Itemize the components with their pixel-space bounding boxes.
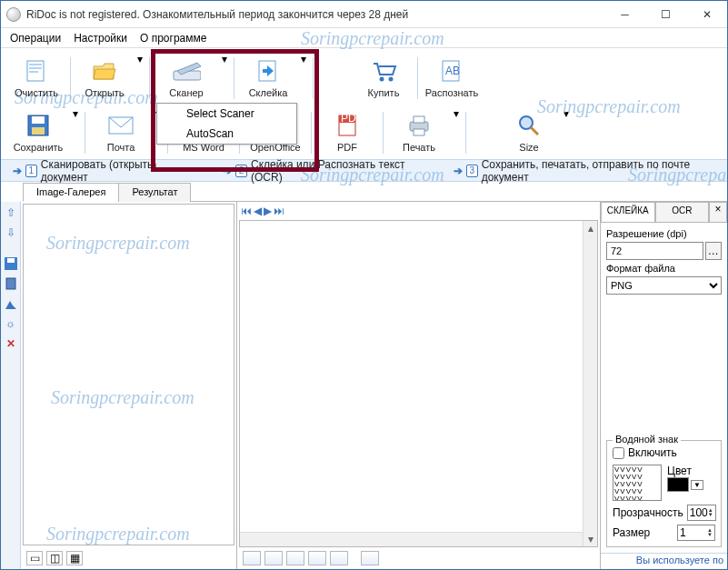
buy-button[interactable]: Купить — [354, 52, 414, 105]
ocr-icon: AB — [437, 56, 466, 85]
stitch-dropdown[interactable]: ▾ — [298, 52, 309, 66]
size-field-label: Размер — [613, 526, 650, 539]
mountain-icon[interactable] — [4, 296, 18, 311]
right-tab-ocr[interactable]: OCR — [655, 202, 710, 222]
right-tab-stitch[interactable]: СКЛЕЙКА — [601, 202, 655, 222]
watermark-group: Водяной знак Включить VVVVVVVVVVVVVVVVVV… — [606, 440, 722, 547]
clipboard-icon[interactable] — [4, 276, 18, 291]
minimize-button[interactable]: ─ — [604, 1, 645, 27]
preview-hscroll[interactable] — [240, 532, 583, 546]
menu-operations[interactable]: Операции — [5, 30, 66, 46]
view-mode-2[interactable]: ◫ — [46, 551, 63, 565]
scroll-down-icon[interactable]: ▾ — [583, 532, 597, 546]
new-sheet-icon — [22, 56, 51, 85]
view-mode-1[interactable]: ▭ — [26, 551, 43, 565]
color-dropdown-icon[interactable]: ▼ — [691, 480, 703, 490]
pdf-icon: PDF — [333, 111, 362, 140]
step-2-label: Склейка или Распознать текст (OCR) — [251, 158, 421, 184]
thumb-1[interactable] — [243, 551, 261, 565]
size-dropdown[interactable]: ▾ — [561, 106, 572, 121]
view-mode-3[interactable]: ▦ — [66, 551, 83, 565]
buy-label: Купить — [368, 87, 400, 98]
open-button[interactable]: Открыть — [75, 52, 135, 105]
clear-button[interactable]: Очистить — [6, 52, 66, 105]
scan-dropdown[interactable]: ▾ — [219, 52, 230, 66]
folder-open-icon — [90, 56, 119, 85]
preview-thumbbar — [237, 547, 600, 569]
window-title: RiDoc is not registered. Ознакомительный… — [26, 8, 604, 21]
thumb-5[interactable] — [330, 551, 348, 565]
nav-first-icon[interactable]: ⏮ — [241, 205, 252, 217]
app-window: Soringpcrepair.com Soringpcrepair.com So… — [0, 0, 728, 570]
svg-rect-13 — [32, 127, 45, 135]
print-label: Печать — [403, 142, 435, 153]
stitch-label: Склейка — [249, 87, 288, 98]
brightness-icon[interactable]: ☼ — [4, 316, 18, 331]
watermark-title: Водяной знак — [613, 434, 681, 445]
svg-rect-22 — [414, 116, 424, 123]
menu-settings[interactable]: Настройки — [68, 30, 133, 46]
svg-point-8 — [389, 77, 394, 82]
nav-next-icon[interactable]: ▶ — [264, 205, 272, 217]
print-button[interactable]: Печать — [387, 106, 451, 159]
scan-button[interactable]: Сканер — [154, 52, 219, 105]
tab-gallery[interactable]: Image-Галерея — [23, 183, 119, 202]
right-panel-close[interactable]: × — [709, 202, 727, 222]
autoscan-item[interactable]: AutoScan — [157, 124, 296, 144]
left-toolstrip: ⇧ ⇩ ☼ ✕ — [1, 202, 21, 569]
stitch-button[interactable]: Склейка — [238, 52, 298, 105]
scroll-up-icon[interactable]: ▴ — [583, 221, 597, 235]
save-small-icon[interactable] — [4, 256, 18, 271]
delete-icon[interactable]: ✕ — [4, 336, 18, 351]
thumb-6[interactable] — [361, 551, 379, 565]
printer-icon — [404, 111, 434, 140]
preview-content[interactable]: ▴ ▾ — [239, 220, 598, 547]
nav-prev-icon[interactable]: ◀ — [254, 205, 262, 217]
dpi-input[interactable] — [606, 242, 703, 260]
close-button[interactable]: ✕ — [686, 1, 727, 27]
thumb-3[interactable] — [286, 551, 304, 565]
watermark-enable-label: Включить — [628, 446, 677, 459]
tab-result[interactable]: Результат — [118, 183, 191, 202]
opacity-spinner[interactable]: 100▲▼ — [687, 505, 716, 521]
save-dropdown[interactable]: ▾ — [70, 106, 81, 121]
svg-rect-23 — [414, 129, 424, 135]
svg-text:PDF: PDF — [341, 113, 359, 125]
watermark-pattern[interactable]: VVVVVVVVVVVVVVVVVVVVVVVVV — [613, 465, 662, 501]
color-swatch[interactable] — [667, 477, 689, 492]
print-dropdown[interactable]: ▾ — [451, 106, 462, 121]
svg-rect-28 — [6, 278, 15, 289]
open-dropdown[interactable]: ▾ — [135, 52, 145, 66]
select-scanner-item[interactable]: Select Scaner — [157, 104, 296, 124]
steps-bar: ➔1Сканировать (открыть) документ ➔2Склей… — [1, 160, 727, 182]
mail-button[interactable]: Почта — [89, 106, 153, 159]
size-spinner[interactable]: 1▲▼ — [677, 525, 715, 541]
pdf-label: PDF — [337, 142, 357, 153]
preview-nav: ⏮ ◀ ▶ ⏭ — [237, 202, 600, 220]
arrow-down-icon[interactable]: ⇩ — [4, 225, 18, 240]
recognize-button[interactable]: AB Распознать — [422, 52, 482, 105]
magnifier-icon — [514, 111, 544, 140]
thumb-2[interactable] — [264, 551, 283, 565]
pdf-button[interactable]: PDF PDF — [315, 106, 379, 159]
save-button[interactable]: Сохранить — [6, 106, 70, 159]
nav-last-icon[interactable]: ⏭ — [274, 205, 284, 217]
format-select[interactable]: PNG — [606, 276, 722, 295]
svg-rect-2 — [29, 67, 42, 69]
watermark-enable-checkbox[interactable] — [613, 447, 624, 459]
svg-point-24 — [520, 116, 533, 129]
thumb-4[interactable] — [308, 551, 326, 565]
open-label: Открыть — [85, 87, 124, 98]
preview-vscroll[interactable]: ▴ ▾ — [583, 221, 597, 546]
main-area: ⇧ ⇩ ☼ ✕ ▭ ◫ ▦ ⏮ ◀ ▶ ⏭ — [1, 202, 727, 569]
dpi-more-button[interactable]: … — [705, 242, 723, 260]
cart-icon — [369, 56, 398, 85]
maximize-button[interactable]: ☐ — [645, 1, 686, 27]
arrow-up-icon[interactable]: ⇧ — [4, 205, 18, 220]
mail-icon — [106, 111, 135, 140]
opacity-label: Прозрачность — [613, 506, 683, 519]
size-button[interactable]: Size — [497, 106, 561, 159]
menu-about[interactable]: О программе — [135, 30, 212, 46]
gallery-content[interactable] — [23, 204, 234, 545]
dpi-label: Разрешение (dpi) — [606, 228, 722, 239]
